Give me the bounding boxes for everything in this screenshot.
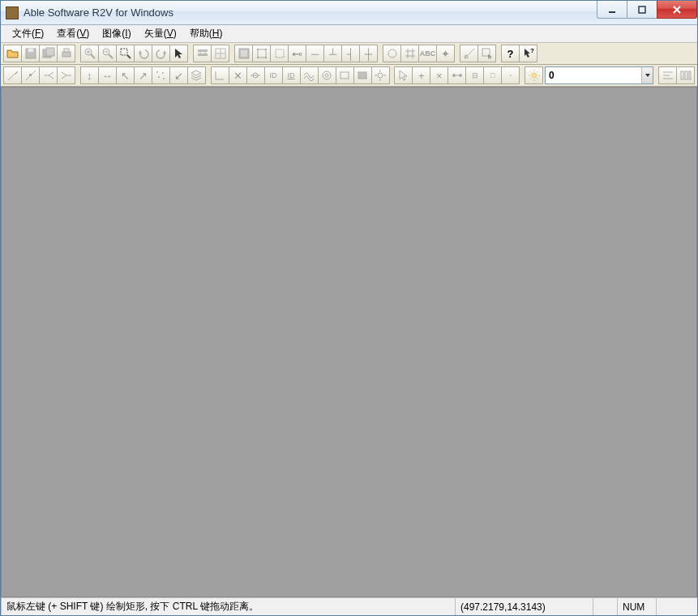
- through-button[interactable]: [246, 66, 265, 84]
- rect-fill-button[interactable]: [353, 66, 372, 84]
- workspace-canvas[interactable]: [1, 87, 697, 597]
- maximize-icon: [637, 5, 647, 15]
- move-v-icon: ↕: [87, 71, 92, 81]
- redo-button[interactable]: [152, 45, 170, 62]
- join-points-button[interactable]: [447, 66, 466, 84]
- svg-line-18: [127, 55, 131, 58]
- print-button[interactable]: [57, 45, 75, 62]
- close-button[interactable]: [657, 1, 697, 19]
- distribute-button[interactable]: [676, 66, 695, 84]
- arrow-downleft-button[interactable]: ↙: [169, 66, 188, 84]
- move-horizontal-button[interactable]: ↔: [98, 66, 117, 84]
- undo-button[interactable]: [134, 45, 152, 62]
- delete-point-button[interactable]: ×: [430, 66, 448, 84]
- contour-button[interactable]: [300, 66, 319, 84]
- align-button[interactable]: [658, 66, 677, 84]
- context-help-button[interactable]: ?: [519, 45, 537, 62]
- minimize-icon: [607, 5, 617, 15]
- node-start-button[interactable]: ⊷: [288, 45, 306, 62]
- line-edit-button[interactable]: [21, 66, 40, 84]
- zoom-region-icon: [119, 47, 132, 60]
- help-button[interactable]: ?: [501, 45, 520, 62]
- svg-rect-5: [28, 49, 33, 52]
- svg-point-66: [532, 73, 537, 78]
- contour2-button[interactable]: [318, 66, 336, 84]
- node-split-button[interactable]: ┼: [359, 45, 378, 62]
- open-file-button[interactable]: [3, 45, 22, 62]
- stack-icon: [190, 69, 203, 82]
- line-draw-button[interactable]: [3, 66, 22, 84]
- status-hint: 鼠标左键 (+ SHIFT 键) 绘制矩形, 按下 CTRL 键拖动距离。: [1, 598, 456, 615]
- contour-icon: [302, 69, 315, 82]
- scatter-button[interactable]: [152, 66, 170, 84]
- break-icon: ⊟: [472, 72, 478, 79]
- svg-rect-28: [258, 49, 266, 58]
- svg-rect-31: [257, 57, 259, 58]
- zoom-in-button[interactable]: [80, 45, 99, 62]
- pointer-button[interactable]: [169, 45, 188, 62]
- menu-file[interactable]: 文件(F): [6, 25, 50, 42]
- polyline-right-button[interactable]: [57, 66, 75, 84]
- menu-view[interactable]: 查看(V): [50, 25, 96, 42]
- zoom-out-button[interactable]: [98, 45, 117, 62]
- node-split-icon: ┼: [365, 49, 372, 59]
- id-tag-button[interactable]: ID: [264, 66, 283, 84]
- menu-help[interactable]: 帮助(H): [183, 25, 229, 42]
- break-point-button[interactable]: ⊟: [465, 66, 484, 84]
- bounds-button[interactable]: [252, 45, 271, 62]
- cross-button[interactable]: ✕: [229, 66, 247, 84]
- minimize-button[interactable]: [597, 1, 627, 19]
- grid-tool-button[interactable]: [400, 45, 419, 62]
- node-start-icon: ⊷: [292, 49, 302, 59]
- node-mid-icon: ─: [311, 49, 319, 59]
- settings-button[interactable]: [371, 66, 390, 84]
- maximize-button[interactable]: [627, 1, 657, 19]
- arrow-upleft-button[interactable]: ↖: [116, 66, 135, 84]
- cursor-button[interactable]: [394, 66, 413, 84]
- snap-point-button[interactable]: □: [483, 66, 502, 84]
- id-tag2-button[interactable]: ID: [282, 66, 301, 84]
- measure-button[interactable]: [460, 45, 478, 62]
- layer-combo[interactable]: [545, 66, 653, 84]
- auto-vectorize-button[interactable]: [193, 45, 212, 62]
- menu-vector[interactable]: 矢量(V): [138, 25, 183, 42]
- layers-icon: [238, 47, 251, 60]
- move-vertical-button[interactable]: ↕: [80, 66, 99, 84]
- circle-tool-button[interactable]: [383, 45, 401, 62]
- text-tool-button[interactable]: ABC: [418, 45, 437, 62]
- layer-combo-input[interactable]: [546, 67, 641, 83]
- node-join-button[interactable]: ┴: [323, 45, 342, 62]
- arrow-ul-icon: ↖: [121, 71, 130, 81]
- grid-settings-icon: [214, 47, 227, 60]
- node-end-button[interactable]: ┤: [341, 45, 360, 62]
- layer-panel-button[interactable]: [234, 45, 253, 62]
- svg-point-49: [162, 72, 164, 74]
- svg-rect-56: [340, 72, 349, 79]
- node-mid-button[interactable]: ─: [306, 45, 324, 62]
- highlight-button[interactable]: [525, 66, 543, 84]
- add-point-button[interactable]: +: [412, 66, 430, 84]
- titlebar[interactable]: Able Software R2V for Windows: [1, 1, 697, 25]
- select-rect-button[interactable]: [477, 45, 496, 62]
- end-point-button[interactable]: ◦: [501, 66, 520, 84]
- save-button[interactable]: [21, 45, 40, 62]
- menu-image[interactable]: 图像(I): [96, 25, 137, 42]
- add-point-icon: +: [418, 71, 425, 81]
- status-pane-1: [593, 598, 618, 615]
- grid-settings-button[interactable]: [211, 45, 229, 62]
- zoom-region-button[interactable]: [116, 45, 135, 62]
- rect-tool-button[interactable]: [336, 66, 354, 84]
- layers-button[interactable]: [187, 66, 206, 84]
- svg-line-39: [465, 49, 474, 58]
- corner-icon: [213, 69, 226, 82]
- snap-tool-button[interactable]: ✦: [436, 45, 455, 62]
- rect-icon: [338, 69, 351, 82]
- save-project-button[interactable]: [39, 45, 58, 62]
- corner-button[interactable]: [211, 66, 229, 84]
- arrow-upright-button[interactable]: ↗: [134, 66, 152, 84]
- crop-button[interactable]: [270, 45, 289, 62]
- polyline-left-button[interactable]: [39, 66, 58, 84]
- sun-icon: [528, 69, 541, 82]
- node-join-icon: ┴: [329, 49, 336, 59]
- layer-combo-dropdown[interactable]: [641, 67, 653, 83]
